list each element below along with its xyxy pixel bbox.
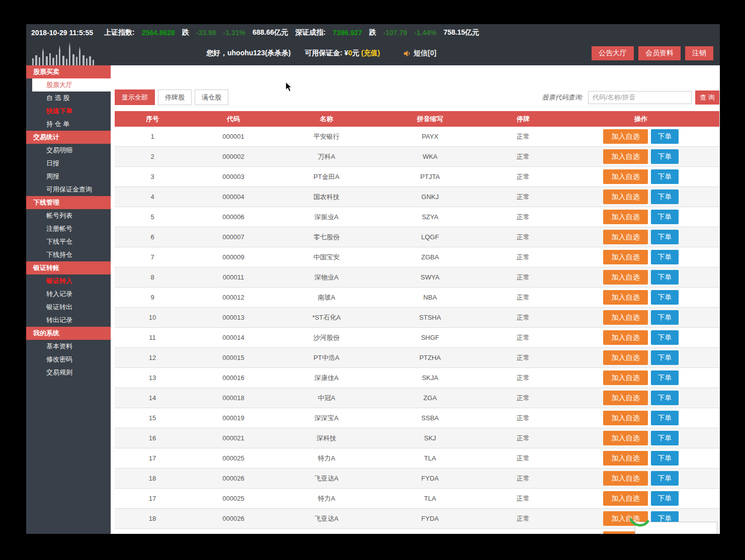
place-order-button[interactable]: 下单 (651, 491, 679, 506)
add-favorite-button[interactable]: 加入自选 (603, 411, 648, 425)
cell-code: 000009 (190, 253, 277, 261)
cell-seq: 10 (115, 314, 190, 321)
cell-status: 正常 (484, 313, 562, 322)
sidebar-item[interactable]: 交易明细 (26, 144, 111, 157)
table-row: 17000025特力ATLA正常加入自选下单 (115, 489, 719, 509)
cell-name: 平安银行 (277, 132, 376, 141)
sidebar-item[interactable]: 快速下单 (26, 105, 111, 118)
add-favorite-button[interactable]: 加入自选 (603, 391, 648, 405)
user-greeting: 您好，uhoohu123(杀杀杀) (206, 49, 291, 58)
logout-button[interactable]: 注销 (685, 46, 713, 60)
place-order-button[interactable]: 下单 (651, 330, 679, 345)
add-favorite-button[interactable]: 加入自选 (603, 350, 648, 365)
sidebar-item[interactable]: 周报 (26, 170, 111, 183)
sidebar: 股票买卖股票大厅自 选 股快速下单持 仓 单交易统计交易明细日报周报可用保证金查… (26, 65, 111, 534)
column-header: 代码 (190, 115, 277, 124)
stock-search-input[interactable] (588, 91, 692, 104)
cell-name: 中国宝安 (277, 253, 376, 262)
sidebar-item[interactable]: 股票大厅 (32, 78, 111, 91)
table-row: 17000025特力ATLA正常加入自选下单 (115, 448, 719, 469)
add-favorite-button[interactable]: 加入自选 (603, 270, 648, 285)
sidebar-item[interactable]: 持 仓 单 (26, 118, 111, 131)
place-order-button[interactable]: 下单 (651, 451, 679, 465)
add-favorite-button[interactable]: 加入自选 (603, 250, 648, 264)
add-favorite-button[interactable]: 加入自选 (603, 330, 648, 345)
search-button[interactable]: 查 询 (695, 90, 719, 105)
cell-pinyin: PAYX (376, 133, 484, 140)
cell-pinyin: SKJA (376, 374, 484, 382)
add-favorite-button[interactable]: 加入自选 (603, 370, 648, 385)
sidebar-item[interactable]: 银证转出 (26, 301, 111, 314)
place-order-button[interactable]: 下单 (651, 350, 679, 365)
cell-pinyin: SHGF (376, 334, 484, 341)
cell-status: 正常 (484, 514, 562, 523)
sidebar-item[interactable]: 银证转入 (26, 274, 111, 288)
announcement-hall-button[interactable]: 公告大厅 (592, 46, 634, 60)
sidebar-item[interactable]: 转出记录 (26, 314, 111, 327)
place-order-button[interactable]: 下单 (651, 411, 679, 425)
sidebar-item[interactable]: 下线持仓 (26, 248, 111, 261)
add-favorite-button[interactable]: 加入自选 (603, 290, 648, 305)
filter-button[interactable]: 显示全部 (115, 89, 155, 105)
table-row: 3000003PT金田APTJTA正常加入自选下单 (115, 167, 719, 187)
column-header: 名称 (277, 115, 376, 124)
sidebar-item[interactable]: 交易规则 (26, 366, 111, 379)
sms-indicator[interactable]: 短信[0] (404, 49, 436, 58)
sidebar-item[interactable]: 转入记录 (26, 288, 111, 301)
cell-actions: 加入自选下单 (562, 330, 719, 345)
sidebar-item[interactable]: 可用保证金查询 (26, 183, 111, 196)
place-order-button[interactable]: 下单 (651, 391, 679, 405)
sidebar-item[interactable]: 修改密码 (26, 353, 111, 366)
sidebar-item[interactable]: 基本资料 (26, 340, 111, 353)
recharge-link[interactable]: (充值) (361, 49, 380, 57)
add-favorite-button[interactable]: 加入自选 (603, 149, 648, 164)
add-favorite-button[interactable]: 加入自选 (603, 169, 648, 184)
place-order-button[interactable]: 下单 (651, 431, 679, 445)
place-order-button[interactable]: 下单 (651, 290, 679, 305)
place-order-button[interactable]: 下单 (651, 210, 679, 224)
place-order-button[interactable]: 下单 (651, 230, 679, 244)
cell-name: PT中浩A (277, 353, 376, 362)
cell-code: 000015 (190, 354, 277, 361)
add-favorite-button[interactable]: 加入自选 (603, 129, 648, 144)
sidebar-item[interactable]: 帐号列表 (26, 209, 111, 222)
cell-seq: 18 (115, 475, 190, 482)
filter-button[interactable]: 停牌股 (158, 89, 192, 105)
add-favorite-button[interactable]: 加入自选 (603, 431, 648, 445)
cell-code: 000004 (190, 193, 277, 201)
add-favorite-button[interactable]: 加入自选 (603, 451, 648, 465)
cell-status: 正常 (484, 333, 562, 342)
cell-actions: 加入自选下单 (562, 190, 719, 204)
cell-actions: 加入自选下单 (562, 169, 719, 184)
add-favorite-button[interactable]: 加入自选 (603, 230, 648, 244)
place-order-button[interactable]: 下单 (651, 250, 679, 264)
filter-button[interactable]: 满仓股 (195, 89, 228, 105)
cell-name: 深科技 (277, 434, 376, 443)
sidebar-item[interactable]: 自 选 股 (26, 91, 111, 105)
place-order-button[interactable]: 下单 (651, 310, 679, 325)
member-profile-button[interactable]: 会员资料 (638, 46, 681, 60)
add-favorite-button[interactable]: 加入自选 (603, 491, 648, 506)
cell-name: 特力A (277, 494, 376, 503)
datetime: 2018-10-29 11:5:55 (31, 29, 93, 37)
add-favorite-button[interactable]: 加入自选 (603, 190, 648, 204)
place-order-button[interactable]: 下单 (651, 149, 679, 164)
sidebar-item[interactable]: 注册帐号 (26, 222, 111, 235)
cell-pinyin: PTZHA (376, 354, 484, 361)
place-order-button[interactable]: 下单 (651, 190, 679, 204)
cell-pinyin: FYDA (376, 475, 484, 482)
sidebar-item[interactable]: 下线平仓 (26, 235, 111, 248)
add-favorite-button[interactable]: 加入自选 (603, 210, 648, 224)
cell-pinyin: NBA (376, 294, 484, 301)
place-order-button[interactable]: 下单 (651, 270, 679, 285)
place-order-button[interactable]: 下单 (651, 370, 679, 385)
place-order-button[interactable]: 下单 (651, 471, 679, 486)
cell-code: 000007 (190, 233, 277, 241)
cell-status: 正常 (484, 132, 562, 141)
add-favorite-button[interactable]: 加入自选 (603, 471, 648, 486)
sidebar-item[interactable]: 日报 (26, 157, 111, 170)
place-order-button[interactable]: 下单 (651, 169, 679, 184)
add-favorite-button[interactable]: 加入自选 (603, 310, 648, 325)
place-order-button[interactable]: 下单 (651, 129, 679, 144)
cell-status: 正常 (484, 273, 562, 282)
